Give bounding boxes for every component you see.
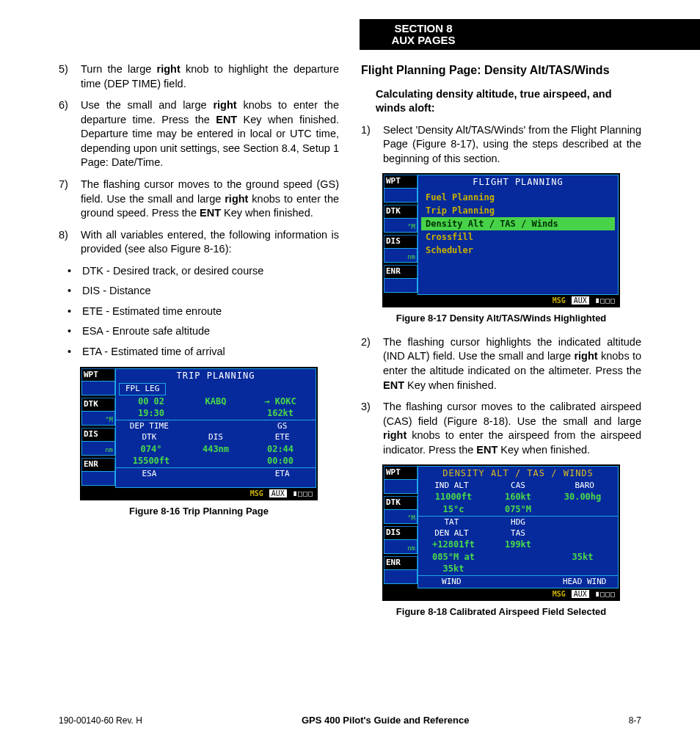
fig16-title: TRIP PLANNING: [116, 369, 316, 382]
gps-row: ESAETA: [116, 469, 316, 480]
gps-row: TATHDG: [418, 517, 618, 528]
gps-side-label: DTK: [384, 496, 418, 509]
page-footer: 190-00140-60 Rev. H GPS 400 Pilot's Guid…: [59, 715, 641, 726]
figure-8-17-screen: WPTDTK°MDISnmENR FLIGHT PLANNING Fuel Pl…: [382, 173, 620, 307]
gps-side-label: DIS: [81, 428, 115, 441]
gps-side-value: nm: [384, 539, 418, 554]
gps-side-label: DTK: [81, 398, 115, 411]
right-subheading: Calculating density altitude, true airsp…: [376, 87, 641, 116]
footer-mid: GPS 400 Pilot's Guide and Reference: [302, 715, 470, 726]
gps-row: IND ALTCASBARO: [418, 481, 618, 492]
list-item: 5)Turn the large right knob to highlight…: [59, 62, 339, 91]
gps-side-value: °M: [384, 218, 418, 233]
gps-side-label: DTK: [384, 205, 418, 218]
gps-side-value: [81, 471, 115, 486]
gps-side-label: DIS: [384, 526, 418, 539]
footer-right: 8-7: [629, 715, 641, 726]
gps-side-label: WPT: [384, 466, 418, 479]
left-bullet-list: DTK - Desired track, or desired courseDI…: [59, 264, 339, 360]
gps-menu-item: Density Alt / TAS / Winds: [421, 217, 615, 230]
gps-side-value: °M: [81, 411, 115, 426]
list-item: 3)The flashing cursor moves to the calib…: [361, 400, 641, 457]
bullet-item: DIS - Distance: [82, 284, 339, 299]
fig16-tabs: FPL LEG: [119, 383, 166, 395]
gps-side-value: [384, 188, 418, 203]
gps-side-label: ENR: [81, 458, 115, 471]
fig16-caption: Figure 8-16 Trip Planning Page: [59, 505, 339, 518]
right-column: Flight Planning Page: Density Alt/TAS/Wi…: [361, 62, 641, 700]
fig16-bottom-bar: MSG AUX ∎□□□: [81, 488, 316, 500]
right-list-2: 2)The flashing cursor highlights the ind…: [361, 335, 641, 458]
gps-row: 085°M at 35kt35kt: [418, 551, 618, 575]
gps-side-label: WPT: [384, 175, 418, 188]
gps-side-label: DIS: [384, 235, 418, 248]
fig18-bottom-bar: MSG AUX ∎□□□: [384, 588, 619, 600]
bullet-item: DTK - Desired track, or desired course: [82, 264, 339, 279]
right-heading: Flight Planning Page: Density Alt/TAS/Wi…: [361, 62, 641, 79]
figure-8-18-screen: WPTDTK°MDISnmENR DENSITY ALT / TAS / WIN…: [382, 464, 620, 601]
gps-side-value: [384, 569, 418, 584]
gps-side-value: [384, 479, 418, 494]
gps-row: 15500ft00:00: [116, 455, 316, 467]
gps-side-label: ENR: [384, 265, 418, 278]
list-item: 7)The flashing cursor moves to the groun…: [59, 178, 339, 221]
gps-side-value: nm: [81, 441, 115, 456]
left-ordered-list: 5)Turn the large right knob to highlight…: [59, 62, 339, 257]
list-item: 2)The flashing cursor highlights the ind…: [361, 335, 641, 393]
gps-side-value: [81, 381, 115, 395]
section-header-line2: AUX PAGES: [372, 34, 475, 47]
bullet-item: ETE - Estimated time enroute: [82, 304, 339, 319]
gps-row: 074°443nm02:44: [116, 443, 316, 455]
gps-row: +12801ft199kt: [418, 539, 618, 550]
fig17-bottom-bar: MSG AUX ∎□□□: [384, 295, 619, 307]
fig17-title: FLIGHT PLANNING: [418, 175, 618, 189]
gps-side-label: WPT: [81, 368, 115, 382]
gps-side-value: [384, 278, 418, 293]
section-header-line1: SECTION 8: [372, 23, 475, 35]
right-list-1: 1)Select 'Density Alt/TAS/Winds' from th…: [361, 123, 641, 167]
page: SECTION 8 AUX PAGES 5)Turn the large rig…: [0, 0, 700, 744]
bullet-item: ETA - Estimated time of arrival: [82, 345, 339, 360]
fig17-caption: Figure 8-17 Density Alt/TAS/Winds Highli…: [361, 312, 641, 325]
gps-row: 19:30162kt: [116, 407, 316, 419]
gps-side-value: °M: [384, 509, 418, 524]
fig18-caption: Figure 8-18 Calibrated Airspeed Field Se…: [361, 605, 641, 619]
gps-row: DEP TIMEGS: [116, 421, 316, 432]
fig18-title: DENSITY ALT / TAS / WINDS: [418, 467, 618, 480]
gps-menu-item: Crossfill: [421, 230, 615, 244]
list-item: 8)With all variables entered, the follow…: [59, 228, 339, 257]
gps-menu-item: Trip Planning: [421, 204, 615, 217]
bullet-item: ESA - Enroute safe altitude: [82, 324, 339, 339]
footer-left: 190-00140-60 Rev. H: [59, 715, 142, 726]
gps-row: 00 02KABQ→ KOKC: [116, 395, 316, 407]
figure-8-16-screen: WPTDTK°MDISnmENR TRIP PLANNING FPL LEG 0…: [80, 367, 318, 501]
content: 5)Turn the large right knob to highlight…: [59, 62, 641, 700]
left-column: 5)Turn the large right knob to highlight…: [59, 62, 339, 700]
gps-row: 11000ft160kt30.00hg: [418, 491, 618, 503]
gps-row: 15°c075°M: [418, 503, 618, 515]
gps-menu-item: Fuel Planning: [421, 191, 615, 204]
gps-row: DEN ALTTAS: [418, 528, 618, 539]
section-header: SECTION 8 AUX PAGES: [360, 19, 700, 50]
list-item: 6)Use the small and large right knobs to…: [59, 98, 339, 170]
gps-side-label: ENR: [384, 556, 418, 569]
gps-menu-item: Scheduler: [421, 244, 615, 257]
gps-side-value: nm: [384, 248, 418, 263]
gps-row: DTKDISETE: [116, 432, 316, 443]
gps-row: WINDHEAD WIND: [418, 577, 618, 588]
